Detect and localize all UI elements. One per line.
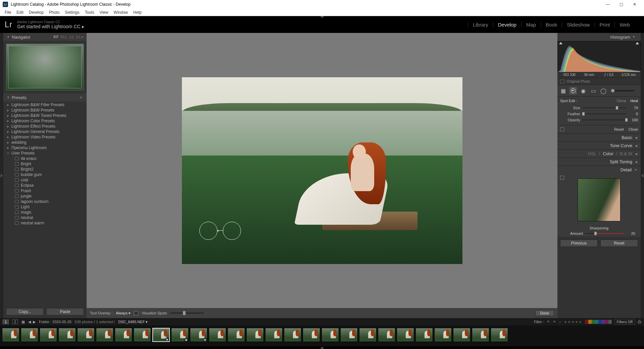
spot-reset-button[interactable]: Reset bbox=[614, 127, 624, 131]
menu-file[interactable]: File bbox=[2, 9, 14, 15]
filmstrip-thumb[interactable] bbox=[453, 328, 470, 342]
rating-ge-icon[interactable]: ≥ bbox=[559, 320, 561, 324]
spot-mode-clone[interactable]: Clone bbox=[616, 99, 626, 103]
preset-folder[interactable]: ▶Lightroom B&W Filter Presets bbox=[3, 102, 87, 107]
filmstrip-thumb[interactable] bbox=[321, 328, 339, 342]
opacity-slider[interactable] bbox=[582, 120, 627, 120]
basic-section-header[interactable]: Basic◀ bbox=[557, 133, 641, 141]
heal-target-circle[interactable] bbox=[223, 222, 241, 240]
nav-1to1[interactable]: 1:1 bbox=[69, 35, 74, 39]
main-window-button[interactable]: 1 bbox=[3, 319, 9, 324]
pin-toggle-icon[interactable] bbox=[560, 127, 564, 131]
filmstrip-thumb[interactable] bbox=[40, 328, 57, 342]
histogram-header[interactable]: Histogram ▼ bbox=[557, 33, 641, 41]
menu-photo[interactable]: Photo bbox=[46, 9, 62, 15]
preset-item[interactable]: bubble gum bbox=[3, 172, 87, 177]
nav-fit[interactable]: FIT bbox=[53, 35, 58, 39]
flag-reject-filter-icon[interactable]: ⚑ bbox=[553, 320, 556, 324]
preset-folder[interactable]: ▶Lightroom Video Presets bbox=[3, 134, 87, 140]
module-print[interactable]: Print bbox=[595, 22, 615, 28]
color-swatch[interactable] bbox=[588, 320, 592, 324]
filmstrip-thumb[interactable] bbox=[77, 328, 95, 342]
second-window-button[interactable]: 2 bbox=[12, 319, 18, 324]
histogram[interactable] bbox=[557, 41, 641, 72]
preset-item[interactable]: Bright2 bbox=[3, 167, 87, 172]
filmstrip-thumb[interactable]: ▣ bbox=[190, 328, 207, 342]
preset-item[interactable]: neutral warm bbox=[3, 220, 87, 226]
filmstrip-thumb[interactable] bbox=[96, 328, 113, 342]
menu-settings[interactable]: Settings bbox=[62, 9, 82, 15]
heal-source-circle[interactable] bbox=[199, 222, 217, 240]
visualize-spots-slider[interactable] bbox=[170, 312, 204, 314]
presets-header[interactable]: ▼ Presets ＋ bbox=[3, 93, 87, 101]
module-library[interactable]: Library bbox=[468, 22, 493, 28]
menu-view[interactable]: View bbox=[97, 9, 111, 15]
preset-folder[interactable]: ▶wedding bbox=[3, 140, 87, 145]
amount-slider[interactable] bbox=[585, 233, 624, 234]
filmstrip-thumb[interactable] bbox=[228, 328, 245, 342]
flag-pick-filter-icon[interactable]: ⚑ bbox=[547, 320, 550, 324]
filter-lock-icon[interactable]: ⏻ bbox=[638, 320, 641, 324]
tone-curve-section-header[interactable]: Tone Curve◀ bbox=[557, 141, 641, 149]
preset-item[interactable]: Light bbox=[3, 204, 87, 210]
image-canvas[interactable] bbox=[182, 77, 462, 264]
collapse-top-icon[interactable] bbox=[320, 16, 324, 18]
preset-item[interactable]: Frash bbox=[3, 188, 87, 193]
preset-item[interactable]: Bright bbox=[3, 161, 87, 167]
preset-item[interactable]: 4в класс bbox=[3, 156, 87, 161]
preset-item[interactable]: magic bbox=[3, 210, 87, 215]
filmstrip-thumb[interactable] bbox=[397, 328, 414, 342]
menu-window[interactable]: Window bbox=[111, 9, 131, 15]
left-panel-collapse-icon[interactable] bbox=[0, 33, 3, 318]
window-minimize-button[interactable]: — bbox=[601, 0, 614, 9]
detail-section-header[interactable]: Detail▼ bbox=[557, 166, 641, 174]
filmstrip-thumb[interactable] bbox=[21, 328, 38, 342]
filmstrip-thumb[interactable] bbox=[2, 328, 19, 342]
feather-value[interactable]: 0 bbox=[629, 112, 638, 116]
module-develop[interactable]: Develop bbox=[493, 22, 521, 28]
crop-tool-icon[interactable]: ▦ bbox=[559, 87, 567, 94]
filmstrip-thumb[interactable] bbox=[209, 328, 226, 342]
preset-folder[interactable]: ▶Lightroom B&W Toned Presets bbox=[3, 113, 87, 118]
redeye-tool-icon[interactable]: ◉ bbox=[580, 87, 587, 94]
identity-subtitle[interactable]: Get started with Lightroom CC ▸ bbox=[17, 24, 84, 29]
preset-item[interactable]: lagoon sunburn bbox=[3, 199, 87, 204]
size-slider[interactable] bbox=[582, 107, 627, 108]
filmstrip-thumb[interactable] bbox=[415, 328, 433, 342]
prev-photo-button[interactable]: ◀ bbox=[28, 320, 31, 324]
next-photo-button[interactable]: ▶ bbox=[33, 320, 36, 324]
preset-folder[interactable]: ▶Lightroom B&W Presets bbox=[3, 107, 87, 113]
feather-slider[interactable] bbox=[582, 114, 627, 114]
nav-ratio[interactable]: 3:1 ▾ bbox=[76, 35, 83, 39]
preset-item[interactable]: Eclipse bbox=[3, 183, 87, 188]
split-toning-section-header[interactable]: Split Toning◀ bbox=[557, 158, 641, 166]
module-web[interactable]: Web bbox=[614, 22, 635, 28]
paste-button[interactable]: Paste bbox=[46, 308, 84, 315]
color-swatch[interactable] bbox=[608, 320, 612, 324]
tool-overlay-dropdown[interactable]: Always ▾ bbox=[116, 311, 131, 315]
preset-folder[interactable]: ▶Lightroom Effect Presets bbox=[3, 124, 87, 129]
preset-folder-user[interactable]: ▼User Presets bbox=[3, 150, 87, 156]
filmstrip-thumb[interactable] bbox=[115, 328, 132, 342]
filmstrip-thumb[interactable]: ▣ bbox=[171, 328, 189, 342]
filmstrip-thumb[interactable] bbox=[359, 328, 377, 342]
detail-target-icon[interactable] bbox=[560, 176, 564, 180]
nav-fill[interactable]: FILL bbox=[60, 35, 67, 39]
color-swatch[interactable] bbox=[598, 320, 602, 324]
adjustment-brush-icon[interactable] bbox=[610, 87, 639, 94]
original-photo-checkbox[interactable] bbox=[560, 80, 565, 83]
navigator-header[interactable]: ▼ Navigator FIT FILL 1:1 3:1 ▾ bbox=[3, 33, 87, 41]
filmstrip-thumb[interactable] bbox=[491, 328, 508, 342]
reset-button[interactable]: Reset bbox=[600, 239, 638, 247]
opacity-value[interactable]: 100 bbox=[629, 118, 638, 122]
filmstrip-thumb[interactable] bbox=[246, 328, 264, 342]
filmstrip-thumb[interactable] bbox=[340, 328, 358, 342]
filmstrip-thumb[interactable] bbox=[378, 328, 395, 342]
filmstrip-thumb[interactable] bbox=[303, 328, 320, 342]
preset-item[interactable]: jungle bbox=[3, 193, 87, 199]
add-preset-button[interactable]: ＋ bbox=[79, 94, 83, 100]
filmstrip-thumb[interactable] bbox=[58, 328, 76, 342]
amount-value[interactable]: 25 bbox=[626, 231, 635, 235]
color-swatch[interactable] bbox=[592, 320, 595, 324]
menu-edit[interactable]: Edit bbox=[14, 9, 26, 15]
